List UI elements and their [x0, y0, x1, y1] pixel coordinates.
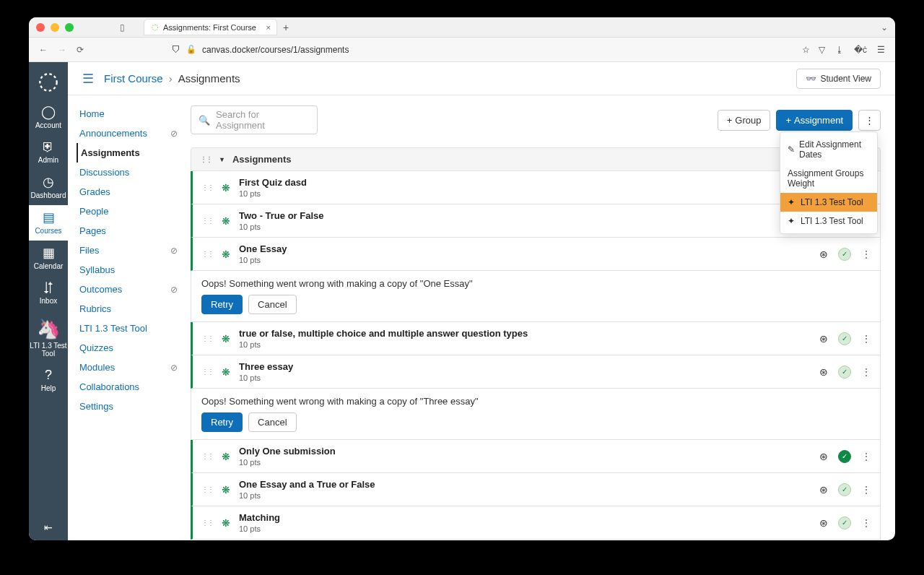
coursenav-item[interactable]: Assignments	[77, 143, 183, 163]
blueprint-icon[interactable]: ⊛	[819, 517, 828, 529]
retry-button[interactable]: Retry	[201, 412, 243, 432]
row-menu-icon[interactable]: ⋮	[861, 248, 871, 260]
nav-inbox[interactable]: ⮃Inbox	[29, 276, 68, 311]
coursenav-item[interactable]: LTI 1.3 Test Tool	[79, 319, 183, 338]
sidebar-toggle-icon[interactable]: ▯	[120, 22, 125, 33]
drag-handle-icon[interactable]: ⋮⋮	[201, 485, 213, 493]
coursenav-item[interactable]: Files⊘	[79, 241, 183, 260]
published-icon[interactable]: ✓	[838, 483, 851, 496]
close-window-button[interactable]	[36, 23, 45, 32]
dropdown-item[interactable]: Assignment Groups Weight	[780, 164, 877, 193]
coursenav-item[interactable]: Modules⊘	[79, 358, 183, 377]
assignment-row[interactable]: ⋮⋮❋One Essay10 pts⊛✓⋮	[191, 238, 881, 271]
row-menu-icon[interactable]: ⋮	[861, 517, 871, 529]
nav-calendar[interactable]: ▦Calendar	[29, 241, 68, 276]
drag-handle-icon[interactable]: ⋮⋮	[201, 452, 213, 460]
more-options-button[interactable]: ⋮	[858, 110, 881, 131]
close-tab-icon[interactable]: ×	[266, 23, 271, 32]
coursenav-item[interactable]: Announcements⊘	[79, 124, 183, 143]
student-view-button[interactable]: 👓 Student View	[796, 69, 881, 89]
coursenav-item[interactable]: Home	[79, 104, 183, 124]
nav-admin[interactable]: ⛨Admin	[29, 135, 68, 170]
coursenav-item[interactable]: Outcomes⊘	[79, 280, 183, 299]
published-icon[interactable]: ✓	[838, 516, 851, 529]
assignment-row[interactable]: ⋮⋮❋One Essay and a True or False10 pts⊛✓…	[191, 473, 881, 506]
nav-account[interactable]: ◯Account	[29, 100, 68, 135]
nav-lti-tool[interactable]: 🦄LTI 1.3 Test Tool	[29, 314, 68, 363]
assignment-row[interactable]: ⋮⋮❋Two - True or False10 pts⊛✓⋮	[191, 204, 881, 238]
coursenav-item[interactable]: Collaborations	[79, 377, 183, 397]
menu-icon[interactable]: ☰	[877, 45, 885, 55]
blueprint-icon[interactable]: ⊛	[819, 248, 828, 260]
url-field[interactable]: ⛉ 🔓 canvas.docker/courses/1/assignments …	[92, 45, 810, 55]
published-icon[interactable]: ✓	[838, 248, 851, 261]
dashboard-icon: ◷	[43, 174, 54, 190]
nav-courses[interactable]: ▤Courses	[29, 205, 68, 241]
browser-tab[interactable]: ◌ Assignments: First Course ×	[144, 19, 277, 35]
downloads-icon[interactable]: ⭳	[835, 45, 844, 55]
assignment-row[interactable]: ⋮⋮❋Three essay10 pts⊛✓⋮	[191, 355, 881, 389]
coursenav-item[interactable]: Rubrics	[79, 299, 183, 319]
coursenav-item[interactable]: Discussions	[79, 163, 183, 182]
coursenav-item[interactable]: Settings	[79, 397, 183, 416]
collapse-nav-icon[interactable]: ⇤	[44, 522, 53, 533]
back-button[interactable]: ←	[39, 45, 48, 55]
drag-handle-icon[interactable]: ⋮⋮	[201, 183, 213, 191]
new-tab-button[interactable]: +	[283, 22, 289, 33]
drag-handle-icon[interactable]: ⋮⋮	[201, 334, 213, 342]
drag-handle-icon[interactable]: ⋮⋮	[201, 250, 213, 258]
drag-handle-icon[interactable]: ⋮⋮	[200, 155, 212, 163]
nav-help[interactable]: ?Help	[29, 363, 68, 398]
dropdown-item[interactable]: ✦LTI 1.3 Test Tool	[780, 193, 877, 212]
forward-button[interactable]: →	[58, 45, 66, 55]
drag-handle-icon[interactable]: ⋮⋮	[201, 217, 213, 225]
nav-dashboard[interactable]: ◷Dashboard	[29, 170, 68, 205]
dropdown-item[interactable]: ✎Edit Assignment Dates	[780, 135, 877, 164]
add-group-button[interactable]: +Group	[718, 110, 771, 131]
dropdown-item[interactable]: ✦LTI 1.3 Test Tool	[780, 212, 877, 230]
assignment-points: 10 pts	[239, 222, 811, 231]
extensions-icon[interactable]: �ċ	[854, 45, 867, 55]
coursenav-item[interactable]: Pages	[79, 221, 183, 241]
assignment-row[interactable]: ⋮⋮❋Matching10 pts⊛✓⋮	[191, 506, 881, 540]
coursenav-item[interactable]: Quizzes	[79, 338, 183, 358]
retry-button[interactable]: Retry	[201, 295, 243, 314]
row-menu-icon[interactable]: ⋮	[861, 484, 871, 496]
cancel-button[interactable]: Cancel	[248, 295, 296, 314]
published-icon[interactable]: ✓	[838, 332, 851, 345]
drag-handle-icon[interactable]: ⋮⋮	[201, 519, 213, 527]
row-menu-icon[interactable]: ⋮	[861, 451, 871, 462]
add-assignment-button[interactable]: +Assignment	[776, 110, 853, 131]
breadcrumb-course[interactable]: First Course	[104, 72, 163, 85]
drag-handle-icon[interactable]: ⋮⋮	[201, 368, 213, 376]
blueprint-icon[interactable]: ⊛	[819, 484, 828, 496]
kebab-icon: ⋮	[865, 115, 874, 126]
pocket-icon[interactable]: ▽	[819, 45, 825, 55]
cancel-button[interactable]: Cancel	[248, 412, 296, 432]
assignments-panel: 🔍 Search for Assignment +Group +Assignme…	[183, 95, 895, 540]
minimize-window-button[interactable]	[51, 23, 59, 32]
assignment-row[interactable]: ⋮⋮❋Only One submission10 pts⊛✓⋮	[191, 440, 881, 473]
reload-button[interactable]: ⟳	[77, 45, 84, 55]
blueprint-icon[interactable]: ⊛	[819, 451, 828, 462]
tabs-overflow-icon[interactable]: ⌄	[881, 22, 888, 33]
published-icon[interactable]: ✓	[838, 366, 851, 379]
blueprint-icon[interactable]: ⊛	[819, 333, 828, 345]
bookmark-star-icon[interactable]: ☆	[802, 45, 810, 55]
published-icon[interactable]: ✓	[838, 450, 851, 463]
assignment-row[interactable]: ⋮⋮❋First Quiz dasd10 pts	[191, 171, 881, 204]
search-icon: 🔍	[199, 115, 210, 126]
blueprint-icon[interactable]: ⊛	[819, 366, 828, 378]
chevron-down-icon[interactable]: ▼	[219, 156, 225, 163]
coursenav-item[interactable]: Syllabus	[79, 260, 183, 280]
course-menu-toggle[interactable]: ☰	[82, 71, 94, 87]
row-menu-icon[interactable]: ⋮	[861, 333, 871, 345]
row-menu-icon[interactable]: ⋮	[861, 366, 871, 378]
assignment-row[interactable]: ⋮⋮❋true or false, multiple choice and mu…	[191, 322, 881, 355]
zoom-window-button[interactable]	[65, 23, 74, 32]
coursenav-item[interactable]: People	[79, 202, 183, 221]
dd-icon: ✦	[788, 216, 796, 226]
coursenav-item[interactable]: Grades	[79, 182, 183, 202]
assignment-group-header[interactable]: ⋮⋮ ▼ Assignments	[191, 147, 881, 171]
search-input[interactable]: 🔍 Search for Assignment	[191, 105, 318, 134]
